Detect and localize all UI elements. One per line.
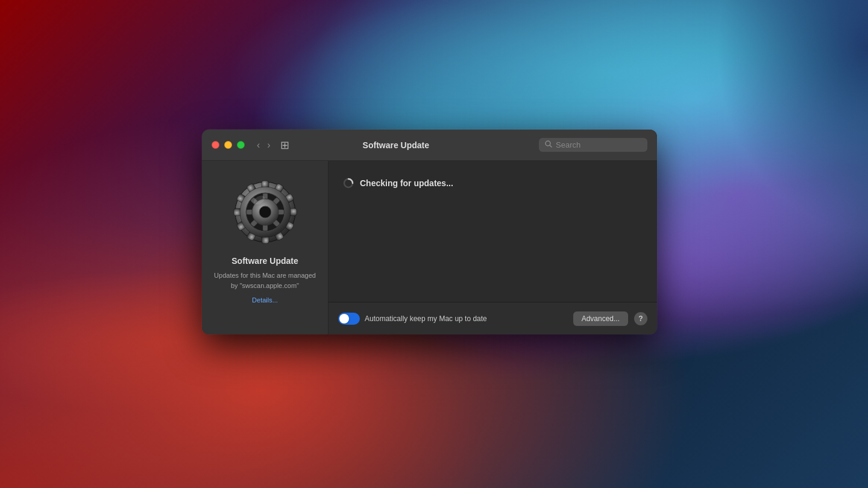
details-link[interactable]: Details... bbox=[252, 296, 278, 304]
maximize-button[interactable] bbox=[237, 141, 245, 149]
auto-update-label: Automatically keep my Mac up to date bbox=[365, 314, 487, 323]
bottom-bar: Automatically keep my Mac up to date Adv… bbox=[329, 302, 657, 334]
svg-line-1 bbox=[550, 145, 552, 147]
software-update-icon bbox=[232, 179, 298, 245]
software-update-window: ‹ › ⊞ Software Update bbox=[202, 130, 657, 334]
main-content: Checking for updates... Automatically ke… bbox=[329, 161, 657, 334]
sidebar-description: Updates for this Mac are managed by "sws… bbox=[214, 271, 316, 290]
window-body: Software Update Updates for this Mac are… bbox=[202, 161, 657, 334]
loading-spinner bbox=[343, 178, 354, 189]
search-icon bbox=[545, 140, 552, 149]
checking-text: Checking for updates... bbox=[360, 178, 453, 188]
sidebar: Software Update Updates for this Mac are… bbox=[202, 161, 329, 334]
traffic-lights bbox=[212, 141, 245, 149]
search-bar[interactable] bbox=[539, 138, 647, 152]
titlebar: ‹ › ⊞ Software Update bbox=[202, 130, 657, 161]
close-button[interactable] bbox=[212, 141, 219, 149]
window-title: Software Update bbox=[253, 140, 539, 150]
update-status-area: Checking for updates... bbox=[329, 161, 657, 302]
auto-update-switch[interactable] bbox=[338, 313, 360, 325]
auto-update-toggle: Automatically keep my Mac up to date bbox=[338, 313, 567, 325]
checking-container: Checking for updates... bbox=[343, 178, 453, 189]
search-input[interactable] bbox=[556, 140, 641, 149]
help-button[interactable]: ? bbox=[634, 312, 647, 325]
minimize-button[interactable] bbox=[224, 141, 232, 149]
svg-point-26 bbox=[259, 206, 271, 218]
sidebar-panel-title: Software Update bbox=[231, 256, 298, 266]
advanced-button[interactable]: Advanced... bbox=[573, 311, 628, 326]
